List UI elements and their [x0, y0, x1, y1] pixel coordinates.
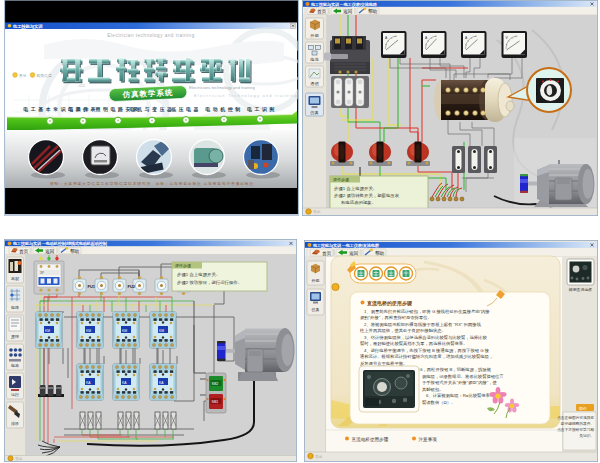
- svg-text:首页: 首页: [19, 249, 29, 254]
- svg-text:注意事项: 注意事项: [419, 437, 438, 442]
- svg-text:欲仔细观察的器件。: 欲仔细观察的器件。: [561, 421, 594, 426]
- svg-text:KA: KA: [86, 381, 91, 385]
- svg-text:步骤1 合上电源开关。: 步骤1 合上电源开关。: [334, 186, 377, 191]
- svg-text:关知识。: 关知识。: [579, 433, 594, 438]
- svg-text:梯测直流电桥: 梯测直流电桥: [568, 287, 592, 292]
- svg-text:KM: KM: [45, 329, 50, 333]
- svg-text:Electrician technology and tra: Electrician technology and training: [107, 33, 194, 38]
- svg-text:帮助: 帮助: [70, 248, 80, 254]
- svg-text:FU2: FU2: [128, 284, 136, 289]
- svg-text:电机与变压器: 电机与变压器: [130, 106, 175, 113]
- svg-text:外观: 外观: [312, 278, 320, 283]
- svg-text:研制：大连海事大学信息工程学院信息技术研究所 出版：高等教育: 研制：大连海事大学信息工程学院信息技术研究所 出版：高等教育出版社 高等教育电子…: [50, 181, 254, 186]
- svg-text:电流: 电流: [310, 57, 319, 62]
- svg-text:其解锁扣。: 其解锁扣。: [422, 387, 443, 392]
- svg-text:外观: 外观: [310, 33, 319, 38]
- svg-text:拨到"外接"，再检查指针是否指零位。: 拨到"外接"，再检查指针是否指零位。: [360, 315, 432, 320]
- svg-text:透明: 透明: [310, 81, 318, 86]
- svg-text:步骤1 合上电源开关。: 步骤1 合上电源开关。: [177, 272, 220, 277]
- svg-text:测电阻，记录数据后。将各比较臂旋钮位置: 测电阻，记录数据后。将各比较臂旋钮位置: [422, 373, 504, 380]
- svg-text:点击左侧图片可选择您: 点击左侧图片可选择您: [557, 415, 594, 420]
- svg-text:步骤2 拨动转换开关，观察电压表: 步骤2 拨动转换开关，观察电压表: [334, 193, 400, 198]
- svg-text:SB2: SB2: [212, 382, 219, 386]
- svg-text:电器: 电器: [11, 363, 19, 368]
- svg-text:3P: 3P: [40, 271, 44, 275]
- svg-text:电路: 电路: [11, 305, 19, 310]
- svg-text:操作步骤: 操作步骤: [175, 263, 191, 268]
- svg-text:电动机控制: 电动机控制: [205, 106, 242, 113]
- svg-text:KM: KM: [86, 329, 91, 333]
- svg-text:和电流表的现象。: 和电流表的现象。: [341, 200, 376, 205]
- svg-text:排故: 排故: [11, 421, 19, 426]
- svg-text:步骤2 按动按钮，进行运行操作。: 步骤2 按动按钮，进行运行操作。: [177, 280, 242, 285]
- svg-text:Electricians technology and tr: Electricians technology and training: [189, 85, 256, 90]
- svg-text:原理: 原理: [11, 334, 19, 339]
- svg-text:KM: KM: [122, 329, 127, 333]
- svg-text:2、将被测电阻用粗短的裸导线接于面板上标有 "RX" 的两接: 2、将被测电阻用粗短的裸导线接于面板上标有 "RX" 的两接线: [364, 321, 482, 328]
- svg-text:Electrician Technology and: Electrician Technology and training: [194, 93, 298, 98]
- svg-text:退出: 退出: [313, 209, 321, 214]
- svg-text:KM: KM: [159, 329, 164, 333]
- svg-text:帮助: 帮助: [375, 250, 385, 256]
- svg-text:退出: 退出: [315, 454, 323, 459]
- svg-text:退出: 退出: [15, 456, 23, 461]
- svg-text:操作步骤: 操作步骤: [333, 177, 349, 182]
- svg-text:臂时，最好能使比较臂高挡不为零，再选择比值臂倍率。: 臂时，最好能使比较臂高挡不为零，再选择比值臂倍率。: [360, 340, 467, 347]
- svg-text:臂读数值（Ω）。: 臂读数值（Ω）。: [422, 399, 455, 405]
- svg-text:运行: 运行: [11, 392, 19, 397]
- svg-text:FU1: FU1: [88, 284, 96, 289]
- svg-text:通检流计。根据检流计指针偏转方向和速度，增加或减少比较臂电阻: 通检流计。根据检流计指针偏转方向和速度，增加或减少比较臂电阻，: [359, 353, 493, 360]
- svg-text:帮助: 帮助: [368, 8, 378, 14]
- svg-text:相关信息: 相关信息: [37, 73, 52, 78]
- svg-text:KA: KA: [159, 381, 164, 385]
- svg-text:点击下方按钮可学习相: 点击下方按钮可学习相: [557, 427, 594, 432]
- svg-text:首页: 首页: [322, 251, 332, 256]
- svg-text:直流电桥的使用步骤: 直流电桥的使用步骤: [366, 300, 413, 307]
- svg-text:3、估计待测电阻值，以便选择合适的比较臂与比较臂，选择比较: 3、估计待测电阻值，以便选择合适的比较臂与比较臂，选择比较: [364, 334, 487, 341]
- svg-text:电工仪表: 电工仪表: [68, 106, 98, 113]
- svg-text:KA: KA: [122, 381, 127, 385]
- svg-text:-CC: -CC: [78, 83, 85, 88]
- svg-text:帮助: 帮助: [579, 406, 587, 411]
- svg-text:于手按钮式开关从"外接"拨回"内接"，使: 于手按钮式开关从"外接"拨回"内接"，使: [422, 380, 498, 385]
- svg-text:SB1: SB1: [212, 400, 219, 404]
- svg-text:音乐: 音乐: [19, 73, 27, 78]
- svg-text:4、进行电桥平衡调节，先按下按钮 B 接通电源，再按下按钮: 4、进行电桥平衡调节，先按下按钮 B 接通电源，再按下按钮 G 接: [364, 347, 490, 354]
- svg-text:电工识图: 电工识图: [247, 106, 277, 113]
- svg-text:低压电器: 低压电器: [170, 106, 201, 113]
- svg-text:首页: 首页: [317, 9, 327, 14]
